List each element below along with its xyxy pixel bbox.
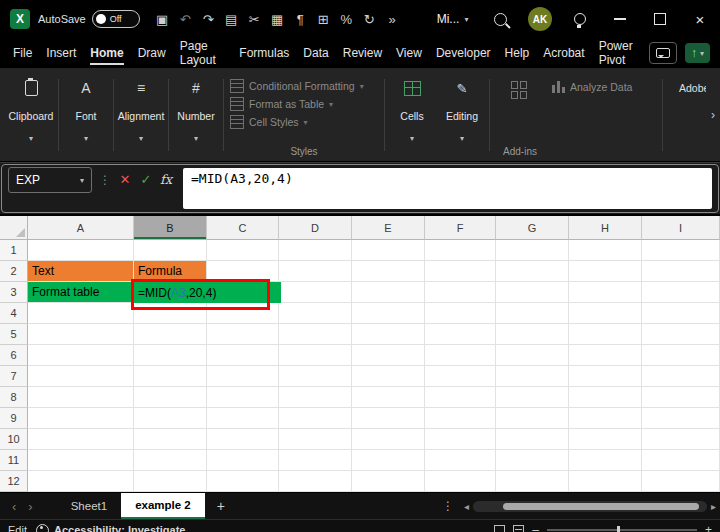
cell-G7[interactable] (496, 366, 569, 387)
menu-tab-power-pivot[interactable]: Power Pivot (592, 38, 649, 68)
cell-C11[interactable] (207, 450, 279, 471)
cell-H10[interactable] (569, 429, 642, 450)
cell-F3[interactable] (425, 282, 496, 303)
picture-icon[interactable]: ▦ (267, 12, 288, 27)
ribbon-group-editing[interactable]: ✎ Editing ▾ (437, 71, 487, 159)
redo-icon[interactable]: ↷ (198, 12, 219, 27)
view-page-layout-icon[interactable] (513, 525, 524, 532)
ribbon-button-format-as-table[interactable]: Format as Table▾ (230, 95, 378, 113)
cell-H9[interactable] (569, 408, 642, 429)
share-button[interactable]: ↑ ▾ (685, 43, 710, 63)
cell-H6[interactable] (569, 345, 642, 366)
cell-I3[interactable] (642, 282, 720, 303)
cell-I10[interactable] (642, 429, 720, 450)
cell-E8[interactable] (352, 387, 425, 408)
cell-E3[interactable] (352, 282, 425, 303)
cell-F1[interactable] (425, 240, 496, 261)
cell-B4[interactable] (134, 303, 207, 324)
cell-I6[interactable] (642, 345, 720, 366)
name-box[interactable]: EXP ▾ (8, 167, 92, 193)
view-normal-icon[interactable] (494, 525, 505, 532)
menu-tab-acrobat[interactable]: Acrobat (536, 38, 591, 68)
borders-icon[interactable]: ⊞ (313, 12, 334, 27)
confirm-entry-button[interactable]: ✓ (139, 167, 153, 187)
cell-I7[interactable] (642, 366, 720, 387)
cell-H7[interactable] (569, 366, 642, 387)
row-header-4[interactable]: 4 (0, 303, 28, 324)
horizontal-scrollbar[interactable]: ◂ ▸ (464, 501, 716, 512)
row-header-1[interactable]: 1 (0, 240, 28, 261)
cell-I11[interactable] (642, 450, 720, 471)
insert-function-button[interactable]: fx (160, 167, 176, 187)
new-sheet-button[interactable]: + (207, 493, 235, 519)
percent-icon[interactable]: % (336, 12, 357, 27)
cell-C8[interactable] (207, 387, 279, 408)
cell-F6[interactable] (425, 345, 496, 366)
column-header-C[interactable]: C (207, 216, 279, 240)
cell-C7[interactable] (207, 366, 279, 387)
cell-H11[interactable] (569, 450, 642, 471)
cell-A1[interactable] (28, 240, 134, 261)
column-header-A[interactable]: A (28, 216, 134, 240)
document-title-menu[interactable]: Mi... ▾ (437, 12, 469, 26)
cell-A7[interactable] (28, 366, 134, 387)
cell-D3[interactable] (279, 282, 352, 303)
cell-G11[interactable] (496, 450, 569, 471)
cell-E6[interactable] (352, 345, 425, 366)
undo-icon[interactable]: ↶ (175, 12, 196, 27)
menu-tab-data[interactable]: Data (296, 38, 335, 68)
cell-E10[interactable] (352, 429, 425, 450)
cell-B5[interactable] (134, 324, 207, 345)
cell-E4[interactable] (352, 303, 425, 324)
cell-D8[interactable] (279, 387, 352, 408)
cell-D6[interactable] (279, 345, 352, 366)
cell-D12[interactable] (279, 471, 352, 492)
cell-C10[interactable] (207, 429, 279, 450)
account-button[interactable]: AK (520, 0, 560, 38)
minimize-button[interactable] (600, 0, 640, 38)
ribbon-group-font[interactable]: AFont▾ (61, 71, 111, 159)
scroll-right-icon[interactable]: ▸ (711, 501, 716, 512)
ribbon-button-cell-styles[interactable]: Cell Styles▾ (230, 113, 378, 131)
cell-B11[interactable] (134, 450, 207, 471)
maximize-button[interactable] (640, 0, 680, 38)
cell-A3[interactable]: Format table (28, 282, 134, 303)
cell-D7[interactable] (279, 366, 352, 387)
cell-C6[interactable] (207, 345, 279, 366)
menu-tab-view[interactable]: View (389, 38, 429, 68)
more-icon[interactable]: » (382, 12, 403, 27)
cell-E9[interactable] (352, 408, 425, 429)
cell-E5[interactable] (352, 324, 425, 345)
column-header-B[interactable]: B (134, 216, 207, 240)
zoom-out-icon[interactable]: – (532, 523, 539, 532)
zoom-slider-thumb[interactable] (617, 526, 620, 532)
refresh-icon[interactable]: ↻ (359, 12, 380, 27)
cell-G4[interactable] (496, 303, 569, 324)
cell-D5[interactable] (279, 324, 352, 345)
cell-I12[interactable] (642, 471, 720, 492)
cell-B1[interactable] (134, 240, 207, 261)
cell-F8[interactable] (425, 387, 496, 408)
search-button[interactable] (480, 0, 520, 38)
scroll-left-icon[interactable]: ◂ (464, 501, 469, 512)
row-header-12[interactable]: 12 (0, 471, 28, 492)
ribbon-group-cells[interactable]: Cells ▾ (387, 71, 437, 159)
zoom-slider[interactable] (547, 529, 697, 531)
menu-tab-formulas[interactable]: Formulas (232, 38, 296, 68)
cell-H4[interactable] (569, 303, 642, 324)
menu-tab-insert[interactable]: Insert (39, 38, 83, 68)
cell-D10[interactable] (279, 429, 352, 450)
row-header-5[interactable]: 5 (0, 324, 28, 345)
cell-F10[interactable] (425, 429, 496, 450)
cell-A8[interactable] (28, 387, 134, 408)
cell-G3[interactable] (496, 282, 569, 303)
scrollbar-track[interactable] (473, 501, 707, 512)
menu-tab-review[interactable]: Review (336, 38, 389, 68)
cell-E7[interactable] (352, 366, 425, 387)
cut-icon[interactable]: ✂ (244, 12, 265, 27)
row-header-2[interactable]: 2 (0, 261, 28, 282)
cell-F9[interactable] (425, 408, 496, 429)
row-header-10[interactable]: 10 (0, 429, 28, 450)
ribbon-button-conditional-formatting[interactable]: Conditional Formatting▾ (230, 77, 378, 95)
cell-B7[interactable] (134, 366, 207, 387)
